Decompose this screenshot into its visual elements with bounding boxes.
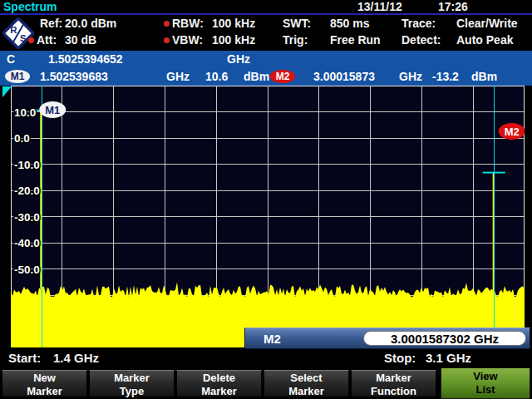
m1-level-value: 10.6 — [205, 70, 228, 84]
m1-freq-unit: GHz — [166, 70, 190, 84]
center-freq-value: 1.5025394652 — [48, 52, 123, 66]
trig-value: Free Run — [330, 32, 381, 47]
marker-m1-badge: M1 — [5, 70, 30, 83]
softkey-marker-function[interactable]: MarkerFunction — [351, 370, 436, 397]
y-axis-label: -50.0 — [14, 264, 40, 276]
marker-frequency-input[interactable]: 3.0001587302 GHz — [363, 331, 526, 346]
vbw-value: 100 kHz — [212, 32, 255, 47]
att-label: Att: — [37, 32, 57, 47]
spectrum-trace-chart: M1M210.00.0-10.0-20.0-30.0-40.0-50.0 — [11, 86, 525, 347]
softkey-view-list[interactable]: ViewList — [441, 367, 530, 399]
title-bar: Spectrum 13/11/12 17:26 — [0, 0, 532, 15]
center-freq-label: C — [7, 52, 15, 66]
stop-freq-label: Stop: — [384, 351, 416, 366]
swt-label: SWT: — [283, 16, 311, 31]
ref-label: Ref: — [40, 16, 62, 31]
m2-freq-value: 3.00015873 — [313, 70, 375, 84]
marker-m2-badge: M2 — [270, 70, 295, 83]
entry-box-label: M2 — [264, 331, 281, 347]
y-axis-label: -30.0 — [14, 211, 40, 224]
m1-freq-value: 1.502539683 — [40, 70, 108, 84]
trace-label: Trace: — [401, 16, 436, 31]
y-axis-label: -10.0 — [14, 159, 40, 171]
rbw-modified-dot — [164, 21, 170, 27]
softkey-new-marker[interactable]: NewMarker — [2, 370, 87, 397]
trig-label: Trig: — [283, 32, 308, 47]
m2-level-unit: dBm — [471, 70, 497, 84]
settings-row-2: Att: 30 dB VBW: 100 kHz Trig: Free Run D… — [0, 32, 532, 47]
softkey-select-marker[interactable]: SelectMarker — [264, 370, 349, 397]
y-axis-label: 10.0 — [14, 106, 36, 119]
y-axis-label: 0.0 — [14, 132, 30, 145]
trace-value: Clear/Write — [456, 16, 518, 31]
m2-freq-unit: GHz — [399, 70, 422, 84]
marker-m2-flag: M2 — [499, 123, 525, 140]
detect-value: Auto Peak — [456, 32, 513, 47]
center-freq-unit: GHz — [227, 52, 250, 66]
att-modified-dot — [28, 37, 34, 43]
start-freq-label: Start: — [8, 351, 41, 366]
spectrum-analyzer-screen: Spectrum 13/11/12 17:26 R S Ref: 20.0 dB… — [0, 0, 532, 399]
rbw-value: 100 kHz — [212, 16, 255, 31]
att-value: 30 dB — [65, 32, 96, 47]
svg-text:M1: M1 — [45, 104, 60, 116]
time-display: 17:26 — [438, 0, 468, 13]
swt-value: 850 ms — [330, 16, 369, 31]
mode-title: Spectrum — [3, 0, 57, 13]
marker-entry-box[interactable]: M2 3.0001587302 GHz — [244, 328, 530, 349]
vbw-modified-dot — [164, 37, 170, 43]
svg-text:M2: M2 — [505, 126, 520, 138]
settings-row-1: Ref: 20.0 dBm RBW: 100 kHz SWT: 850 ms T… — [0, 16, 532, 31]
marker-info-band: C 1.5025394652 GHz M1 1.502539683 GHz 10… — [0, 51, 532, 86]
y-axis-label: -20.0 — [14, 185, 40, 197]
softkey-bar: NewMarker MarkerType DeleteMarker Select… — [0, 368, 532, 399]
softkey-delete-marker[interactable]: DeleteMarker — [176, 370, 262, 397]
softkey-marker-type[interactable]: MarkerType — [89, 370, 175, 397]
stop-freq-value: 3.1 GHz — [426, 351, 471, 366]
rbw-label: RBW: — [172, 16, 204, 31]
frequency-axis-row: Start: 1.4 GHz Stop: 3.1 GHz — [0, 348, 532, 368]
vbw-label: VBW: — [172, 32, 203, 47]
trace-corner-indicator-icon — [2, 86, 12, 97]
start-freq-value: 1.4 GHz — [53, 351, 99, 366]
detect-label: Detect: — [401, 32, 441, 47]
spectrum-plot-area: M1M210.00.0-10.0-20.0-30.0-40.0-50.0 — [11, 86, 525, 347]
m2-level-value: -13.2 — [432, 70, 459, 84]
y-axis-label: -40.0 — [14, 237, 40, 249]
date-display: 13/11/12 — [357, 0, 402, 13]
marker-m1-flag: M1 — [39, 101, 66, 118]
m1-level-unit: dBm — [244, 70, 269, 84]
ref-value: 20.0 dBm — [65, 16, 116, 31]
